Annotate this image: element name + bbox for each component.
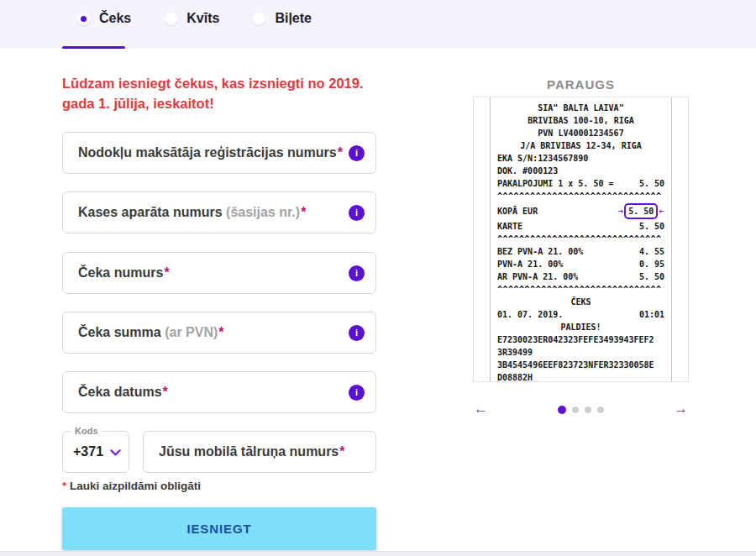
receipt-line: EKA S/N:1234567890 (497, 152, 664, 165)
receipt-line: J/A BRIVIBAS 12-34, RIGA (497, 139, 664, 152)
chevron-down-icon (110, 445, 121, 460)
radio-option-ceks[interactable]: Čeks (77, 11, 131, 26)
receipt-line: BEZ PVN-A 21. 00%4. 55 (497, 245, 664, 258)
receipt-lottery-page: ČeksKvītsBiļete Lūdzam iesniegt čekus, k… (0, 0, 756, 556)
required-note: * Lauki aizpildāmi obligāti (62, 480, 201, 492)
info-icon[interactable]: i (349, 265, 365, 281)
radio-icon (165, 13, 177, 25)
radio-label: Kvīts (186, 11, 219, 26)
receipt-line: 3B4545496EEF823723NFER32330058E (497, 359, 664, 371)
document-type-radio-group: ČeksKvītsBiļete (77, 0, 312, 37)
field-placeholder: Kases aparāta numurs (šasijas nr.)* (78, 205, 306, 220)
field-placeholder: Nodokļu maksātāja reģistrācijas numurs* (78, 145, 343, 160)
receipt-line: E7230023ER042323FEFE3493943FEF2 (497, 333, 664, 346)
receipt-line: ^^^^^^^^^^^^^^^^^^^^^^^^^^^^^^ (497, 233, 664, 245)
radio-icon (77, 13, 90, 25)
receipt-line: DOK. #000123 (497, 165, 664, 177)
receipt-line: SIA" BALTA LAIVA" (497, 102, 664, 114)
carousel-dots (473, 406, 689, 414)
radio-label: Čeks (99, 11, 131, 26)
input-field-ceka-datums[interactable]: Čeka datums*i (62, 371, 376, 413)
input-field-nodoklu-maksataja-registracijas-numurs[interactable]: Nodokļu maksātāja reģistrācijas numurs*i (62, 132, 376, 174)
info-icon[interactable]: i (349, 145, 365, 161)
receipt-paper: SIA" BALTA LAIVA"BRIVIBAS 100-10, RIGAPV… (490, 97, 672, 381)
receipt-line: 3R39499 (497, 346, 664, 359)
receipt-line: PALDIES! (497, 321, 664, 333)
carousel-dot[interactable] (585, 407, 591, 413)
carousel-dot[interactable] (572, 407, 579, 413)
receipt-line: BRIVIBAS 100-10, RIGA (497, 114, 664, 127)
info-icon[interactable]: i (349, 325, 365, 341)
phone-placeholder: Jūsu mobilā tālruņa numurs (159, 444, 339, 459)
tab-bar: ČeksKvītsBiļete (0, 0, 756, 49)
arrow-left-icon: ➔ (659, 207, 664, 216)
receipt-line: KOPĀ EUR➔5. 50➔ (497, 202, 664, 220)
field-placeholder: Čeka summa (ar PVN)* (78, 325, 224, 340)
receipt-line: ^^^^^^^^^^^^^^^^^^^^^^^^^^^^^^ (497, 283, 664, 296)
receipt-line: ^^^^^^^^^^^^^^^^^^^^^^^^^^^^^^ (497, 190, 664, 202)
radio-label: Biļete (275, 11, 312, 26)
carousel-dot[interactable] (597, 407, 604, 413)
radio-option-kvits[interactable]: Kvīts (165, 11, 219, 26)
input-field-kases-aparata-numurs[interactable]: Kases aparāta numurs (šasijas nr.)*i (62, 191, 376, 233)
receipt-line: KARTE5. 50 (497, 220, 664, 233)
field-placeholder: Čeka numurs* (78, 265, 170, 281)
submit-button[interactable]: IESNIEGT (62, 507, 376, 550)
arrow-right-icon: ➔ (618, 207, 624, 216)
info-icon[interactable]: i (349, 385, 365, 401)
required-asterisk: * (339, 444, 344, 459)
radio-icon (253, 13, 265, 25)
field-placeholder: Čeka datums* (78, 385, 168, 400)
active-tab-underline (62, 46, 125, 49)
receipt-line: PVN-A 21. 00%0. 95 (497, 258, 664, 270)
highlighted-amount: 5. 50 (624, 203, 658, 219)
country-code-value: +371 (73, 444, 103, 459)
receipt-total-highlight: ➔5. 50➔ (618, 203, 664, 219)
input-field-ceka-numurs[interactable]: Čeka numurs*i (62, 252, 376, 294)
receipt-line: AR PVN-A 21. 00%5. 50 (497, 270, 664, 283)
footer-strip (0, 551, 756, 556)
notice-text: Lūdzam iesniegt čekus, kas izsniegti no … (62, 74, 398, 114)
receipt-line: PAKALPOJUMI 1 x 5. 50 =5. 50 (497, 177, 664, 190)
receipt-line: D08882H (497, 371, 664, 381)
receipt-sample: SIA" BALTA LAIVA"BRIVIBAS 100-10, RIGAPV… (473, 97, 689, 382)
input-field-ceka-summa[interactable]: Čeka summa (ar PVN)*i (62, 312, 376, 354)
country-code-label: Kods (71, 426, 102, 436)
receipt-line: PVN LV40001234567 (497, 127, 664, 139)
required-note-text: Lauki aizpildāmi obligāti (66, 480, 201, 492)
receipt-line: 01. 07. 2019.01:01 (497, 308, 664, 321)
receipt-line: ČEKS (497, 296, 664, 308)
info-icon[interactable]: i (349, 205, 365, 221)
country-code-select[interactable]: Kods +371 (62, 431, 129, 473)
carousel-dot[interactable] (558, 406, 566, 414)
radio-option-bilete[interactable]: Biļete (253, 11, 312, 26)
sample-title: PARAUGS (473, 77, 689, 92)
phone-input[interactable]: Jūsu mobilā tālruņa numurs* (143, 431, 376, 473)
